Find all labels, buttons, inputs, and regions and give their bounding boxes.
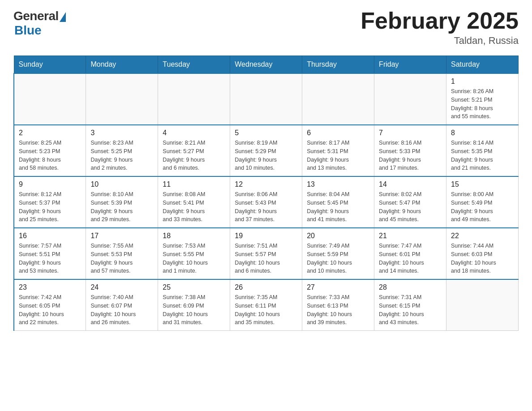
calendar-day-cell: 2Sunrise: 8:25 AM Sunset: 5:23 PM Daylig… (14, 125, 86, 176)
calendar-day-cell (158, 73, 230, 125)
day-info: Sunrise: 7:49 AM Sunset: 5:59 PM Dayligh… (307, 242, 369, 275)
day-number: 23 (19, 283, 81, 291)
calendar-day-cell: 5Sunrise: 8:19 AM Sunset: 5:29 PM Daylig… (230, 125, 302, 176)
day-number: 25 (163, 283, 225, 291)
calendar-day-cell: 24Sunrise: 7:40 AM Sunset: 6:07 PM Dayli… (86, 279, 158, 331)
day-number: 17 (90, 232, 153, 240)
day-number: 24 (90, 283, 153, 291)
day-info: Sunrise: 8:16 AM Sunset: 5:33 PM Dayligh… (379, 139, 442, 172)
calendar-day-cell: 3Sunrise: 8:23 AM Sunset: 5:25 PM Daylig… (86, 125, 158, 176)
day-info: Sunrise: 8:08 AM Sunset: 5:41 PM Dayligh… (163, 190, 225, 224)
calendar-week-row: 16Sunrise: 7:57 AM Sunset: 5:51 PM Dayli… (14, 228, 519, 279)
day-info: Sunrise: 8:23 AM Sunset: 5:25 PM Dayligh… (90, 139, 153, 172)
day-info: Sunrise: 7:31 AM Sunset: 6:15 PM Dayligh… (379, 293, 442, 327)
location-text: Taldan, Russia (360, 35, 519, 47)
day-info: Sunrise: 7:51 AM Sunset: 5:57 PM Dayligh… (235, 242, 297, 275)
day-info: Sunrise: 8:25 AM Sunset: 5:23 PM Dayligh… (19, 139, 81, 172)
calendar-day-cell: 16Sunrise: 7:57 AM Sunset: 5:51 PM Dayli… (14, 228, 86, 279)
day-info: Sunrise: 8:10 AM Sunset: 5:39 PM Dayligh… (90, 190, 153, 224)
day-number: 3 (90, 129, 153, 137)
title-block: February 2025 Taldan, Russia (360, 9, 519, 47)
calendar-day-cell: 22Sunrise: 7:44 AM Sunset: 6:03 PM Dayli… (446, 228, 519, 279)
calendar-day-cell (302, 73, 374, 125)
day-info: Sunrise: 8:14 AM Sunset: 5:35 PM Dayligh… (451, 139, 514, 172)
calendar-day-cell: 17Sunrise: 7:55 AM Sunset: 5:53 PM Dayli… (86, 228, 158, 279)
calendar-table: SundayMondayTuesdayWednesdayThursdayFrid… (13, 56, 519, 331)
day-number: 13 (307, 180, 369, 188)
calendar-day-cell: 10Sunrise: 8:10 AM Sunset: 5:39 PM Dayli… (86, 176, 158, 228)
day-number: 26 (235, 283, 297, 291)
day-info: Sunrise: 8:04 AM Sunset: 5:45 PM Dayligh… (307, 190, 369, 224)
calendar-day-cell (446, 279, 519, 331)
weekday-header-friday: Friday (374, 56, 446, 74)
day-number: 2 (19, 129, 81, 137)
day-number: 22 (451, 232, 514, 240)
day-number: 19 (235, 232, 297, 240)
weekday-header-row: SundayMondayTuesdayWednesdayThursdayFrid… (14, 56, 519, 74)
day-number: 20 (307, 232, 369, 240)
calendar-day-cell (374, 73, 446, 125)
day-number: 9 (19, 180, 81, 188)
calendar-week-row: 23Sunrise: 7:42 AM Sunset: 6:05 PM Dayli… (14, 279, 519, 331)
calendar-day-cell: 14Sunrise: 8:02 AM Sunset: 5:47 PM Dayli… (374, 176, 446, 228)
day-info: Sunrise: 7:47 AM Sunset: 6:01 PM Dayligh… (379, 242, 442, 275)
day-number: 7 (379, 129, 442, 137)
calendar-day-cell: 21Sunrise: 7:47 AM Sunset: 6:01 PM Dayli… (374, 228, 446, 279)
page-header: General Blue February 2025 Taldan, Russi… (13, 9, 519, 47)
calendar-week-row: 9Sunrise: 8:12 AM Sunset: 5:37 PM Daylig… (14, 176, 519, 228)
weekday-header-saturday: Saturday (446, 56, 519, 74)
day-number: 4 (163, 129, 225, 137)
day-number: 10 (90, 180, 153, 188)
weekday-header-thursday: Thursday (302, 56, 374, 74)
calendar-day-cell: 13Sunrise: 8:04 AM Sunset: 5:45 PM Dayli… (302, 176, 374, 228)
day-info: Sunrise: 8:19 AM Sunset: 5:29 PM Dayligh… (235, 139, 297, 172)
calendar-day-cell: 1Sunrise: 8:26 AM Sunset: 5:21 PM Daylig… (446, 73, 519, 125)
logo-blue-text: Blue (14, 23, 42, 38)
day-number: 5 (235, 129, 297, 137)
calendar-day-cell: 25Sunrise: 7:38 AM Sunset: 6:09 PM Dayli… (158, 279, 230, 331)
calendar-day-cell: 27Sunrise: 7:33 AM Sunset: 6:13 PM Dayli… (302, 279, 374, 331)
day-info: Sunrise: 8:12 AM Sunset: 5:37 PM Dayligh… (19, 190, 81, 224)
day-number: 1 (451, 77, 514, 86)
day-number: 15 (451, 180, 514, 188)
day-number: 14 (379, 180, 442, 188)
day-number: 18 (163, 232, 225, 240)
month-title: February 2025 (360, 9, 519, 32)
day-number: 6 (307, 129, 369, 137)
day-info: Sunrise: 7:42 AM Sunset: 6:05 PM Dayligh… (19, 293, 81, 327)
day-number: 16 (19, 232, 81, 240)
day-info: Sunrise: 8:17 AM Sunset: 5:31 PM Dayligh… (307, 139, 369, 172)
calendar-day-cell: 12Sunrise: 8:06 AM Sunset: 5:43 PM Dayli… (230, 176, 302, 228)
day-info: Sunrise: 7:35 AM Sunset: 6:11 PM Dayligh… (235, 293, 297, 327)
logo-general-text: General (13, 9, 59, 23)
day-number: 12 (235, 180, 297, 188)
calendar-day-cell: 15Sunrise: 8:00 AM Sunset: 5:49 PM Dayli… (446, 176, 519, 228)
calendar-day-cell: 18Sunrise: 7:53 AM Sunset: 5:55 PM Dayli… (158, 228, 230, 279)
calendar-day-cell: 28Sunrise: 7:31 AM Sunset: 6:15 PM Dayli… (374, 279, 446, 331)
calendar-week-row: 1Sunrise: 8:26 AM Sunset: 5:21 PM Daylig… (14, 73, 519, 125)
day-info: Sunrise: 7:44 AM Sunset: 6:03 PM Dayligh… (451, 242, 514, 275)
calendar-day-cell: 23Sunrise: 7:42 AM Sunset: 6:05 PM Dayli… (14, 279, 86, 331)
day-info: Sunrise: 8:06 AM Sunset: 5:43 PM Dayligh… (235, 190, 297, 224)
calendar-day-cell (230, 73, 302, 125)
weekday-header-monday: Monday (86, 56, 158, 74)
calendar-day-cell: 7Sunrise: 8:16 AM Sunset: 5:33 PM Daylig… (374, 125, 446, 176)
day-number: 27 (307, 283, 369, 291)
weekday-header-tuesday: Tuesday (158, 56, 230, 74)
calendar-day-cell: 20Sunrise: 7:49 AM Sunset: 5:59 PM Dayli… (302, 228, 374, 279)
calendar-day-cell (86, 73, 158, 125)
calendar-day-cell: 4Sunrise: 8:21 AM Sunset: 5:27 PM Daylig… (158, 125, 230, 176)
day-info: Sunrise: 8:00 AM Sunset: 5:49 PM Dayligh… (451, 190, 514, 224)
day-info: Sunrise: 7:40 AM Sunset: 6:07 PM Dayligh… (90, 293, 153, 327)
weekday-header-wednesday: Wednesday (230, 56, 302, 74)
calendar-week-row: 2Sunrise: 8:25 AM Sunset: 5:23 PM Daylig… (14, 125, 519, 176)
logo: General Blue (13, 9, 66, 38)
calendar-day-cell: 26Sunrise: 7:35 AM Sunset: 6:11 PM Dayli… (230, 279, 302, 331)
calendar-day-cell: 19Sunrise: 7:51 AM Sunset: 5:57 PM Dayli… (230, 228, 302, 279)
day-number: 11 (163, 180, 225, 188)
calendar-day-cell: 11Sunrise: 8:08 AM Sunset: 5:41 PM Dayli… (158, 176, 230, 228)
calendar-day-cell (14, 73, 86, 125)
calendar-day-cell: 6Sunrise: 8:17 AM Sunset: 5:31 PM Daylig… (302, 125, 374, 176)
day-info: Sunrise: 8:21 AM Sunset: 5:27 PM Dayligh… (163, 139, 225, 172)
day-number: 21 (379, 232, 442, 240)
